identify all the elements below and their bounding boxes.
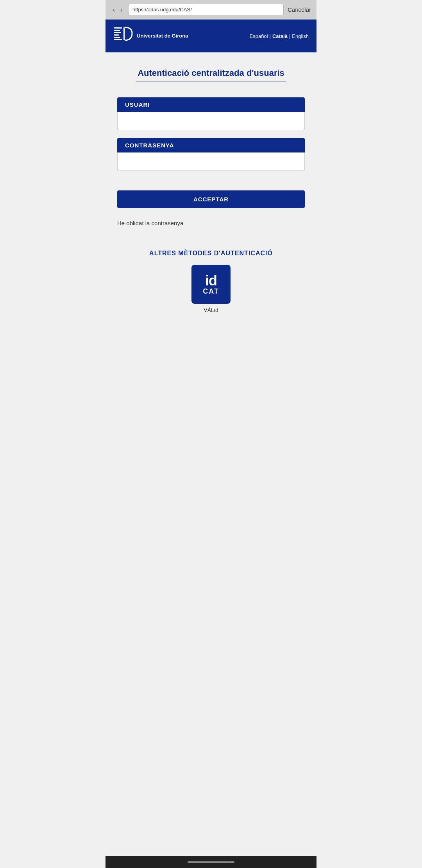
idcat-id-text: id [205, 274, 217, 288]
username-input[interactable] [117, 112, 305, 130]
lang-sep-2: | [289, 33, 290, 39]
alt-auth-title: ALTRES MÈTODES D'AUTENTICACIÓ [117, 250, 305, 257]
idcat-button[interactable]: id CAT [191, 265, 231, 304]
username-label: USUARI [117, 97, 305, 112]
svg-rect-6 [123, 27, 125, 40]
logo-area: Universitat de Girona [113, 27, 188, 45]
site-header: Universitat de Girona Español | Català |… [106, 20, 316, 52]
bottom-bar [106, 856, 316, 868]
back-button[interactable]: ‹ [111, 6, 116, 13]
cancel-button[interactable]: Cancelar [288, 6, 311, 13]
lang-english[interactable]: English [292, 33, 309, 39]
form-title: Autenticació centralitzada d'usuaris [117, 68, 305, 78]
url-bar[interactable]: https://adas.udg.edu/CAS/ [128, 4, 284, 15]
home-indicator [188, 861, 234, 863]
password-input[interactable] [117, 152, 305, 171]
svg-rect-3 [114, 34, 119, 36]
university-logo-icon [113, 27, 134, 45]
main-content: Autenticació centralitzada d'usuaris USU… [106, 52, 316, 856]
password-label: CONTRASENYA [117, 138, 305, 152]
idcat-cat-text: CAT [203, 288, 219, 295]
university-name: Universitat de Girona [137, 33, 188, 39]
language-switcher: Español | Català | English [250, 33, 309, 39]
browser-nav: ‹ › [111, 6, 124, 13]
idcat-label: VÀLid [117, 307, 305, 313]
svg-rect-0 [114, 27, 122, 29]
browser-chrome: ‹ › https://adas.udg.edu/CAS/ Cancelar [106, 0, 316, 20]
password-section: CONTRASENYA [117, 138, 305, 171]
lang-espanol[interactable]: Español [250, 33, 268, 39]
svg-rect-4 [114, 37, 120, 38]
title-divider [136, 81, 286, 82]
username-section: USUARI [117, 97, 305, 130]
submit-button[interactable]: ACCEPTAR [117, 190, 305, 208]
svg-rect-1 [114, 30, 120, 31]
forgot-password-link[interactable]: He oblidat la contrasenya [117, 220, 305, 226]
forward-button[interactable]: › [119, 6, 124, 13]
lang-catala[interactable]: Català [272, 33, 288, 39]
svg-rect-2 [114, 32, 121, 33]
lang-sep-1: | [270, 33, 271, 39]
alt-auth-section: ALTRES MÈTODES D'AUTENTICACIÓ id CAT VÀL… [117, 250, 305, 313]
svg-rect-5 [114, 39, 122, 40]
